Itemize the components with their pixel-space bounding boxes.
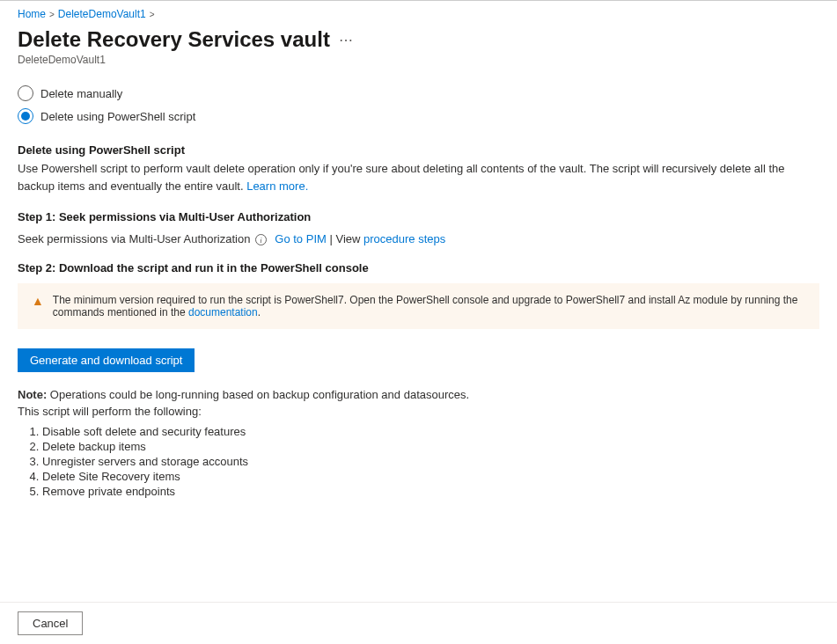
footer: Cancel (0, 602, 837, 644)
step1-heading: Step 1: Seek permissions via Multi-User … (18, 210, 819, 223)
radio-delete-manually[interactable]: Delete manually (18, 85, 819, 101)
list-item: Delete Site Recovery items (42, 470, 819, 483)
cancel-button[interactable]: Cancel (18, 611, 83, 635)
radio-label: Delete using PowerShell script (40, 110, 195, 123)
section-heading: Delete using PowerShell script (18, 143, 819, 157)
radio-delete-powershell[interactable]: Delete using PowerShell script (18, 108, 819, 124)
page-subtitle: DeleteDemoVault1 (18, 54, 819, 66)
list-item: Disable soft delete and security feature… (42, 425, 819, 438)
note-text: Note: Operations could be long-running b… (18, 388, 819, 401)
go-to-pim-link[interactable]: Go to PIM (275, 232, 327, 245)
warning-icon: ▲ (32, 294, 44, 309)
list-item: Delete backup items (42, 440, 819, 453)
radio-label: Delete manually (40, 87, 122, 100)
learn-more-link[interactable]: Learn more. (246, 179, 308, 193)
delete-method-radio-group: Delete manually Delete using PowerShell … (18, 85, 819, 124)
breadcrumb-vault[interactable]: DeleteDemoVault1 (58, 8, 146, 20)
page-title: Delete Recovery Services vault (18, 27, 330, 52)
step1-content: Seek permissions via Multi-User Authoriz… (18, 232, 819, 245)
list-item: Remove private endpoints (42, 485, 819, 498)
info-icon[interactable]: i (255, 234, 267, 245)
breadcrumb-home[interactable]: Home (18, 8, 46, 20)
chevron-right-icon: > (150, 10, 155, 19)
chevron-right-icon: > (49, 10, 55, 19)
breadcrumb: Home > DeleteDemoVault1 > (18, 8, 819, 20)
more-actions-button[interactable]: ⋯ (339, 32, 354, 48)
warning-banner: ▲ The minimum version required to run th… (18, 283, 819, 329)
step2-heading: Step 2: Download the script and run it i… (18, 261, 819, 274)
section-description: Use Powershell script to perform vault d… (18, 160, 819, 194)
procedure-steps-link[interactable]: procedure steps (363, 232, 445, 245)
note-following: This script will perform the following: (18, 405, 819, 418)
radio-icon (18, 85, 33, 101)
generate-download-button[interactable]: Generate and download script (18, 348, 195, 372)
radio-icon-selected (18, 108, 33, 124)
list-item: Unregister servers and storage accounts (42, 455, 819, 468)
script-actions-list: Disable soft delete and security feature… (42, 425, 819, 498)
documentation-link[interactable]: documentation (188, 306, 258, 318)
